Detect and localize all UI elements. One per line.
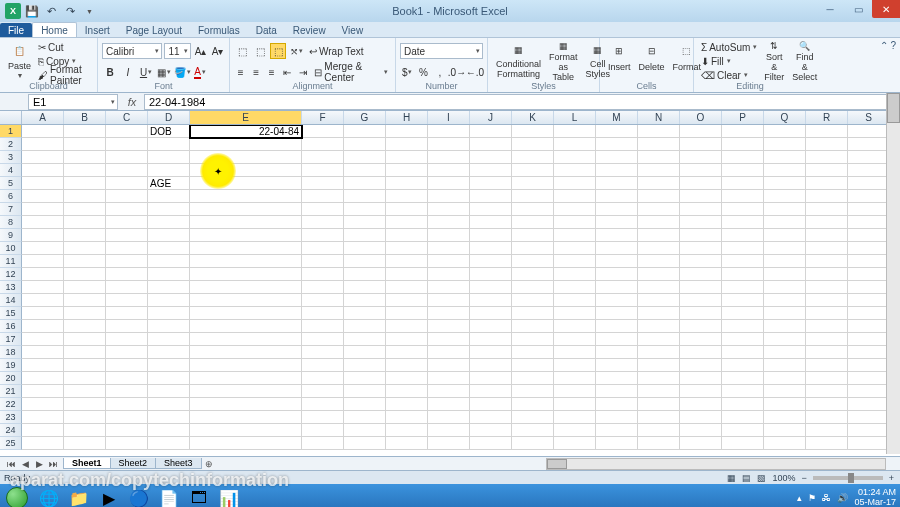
- cell-K12[interactable]: [512, 268, 554, 281]
- cell-P19[interactable]: [722, 359, 764, 372]
- cell-A10[interactable]: [22, 242, 64, 255]
- cell-K13[interactable]: [512, 281, 554, 294]
- cell-G9[interactable]: [344, 229, 386, 242]
- cell-D7[interactable]: [148, 203, 190, 216]
- cell-Q22[interactable]: [764, 398, 806, 411]
- save-icon[interactable]: 💾: [23, 2, 41, 20]
- cell-S1[interactable]: [848, 125, 890, 138]
- cell-N16[interactable]: [638, 320, 680, 333]
- cell-C4[interactable]: [106, 164, 148, 177]
- cell-P17[interactable]: [722, 333, 764, 346]
- cell-K11[interactable]: [512, 255, 554, 268]
- cell-C11[interactable]: [106, 255, 148, 268]
- cell-F15[interactable]: [302, 307, 344, 320]
- cell-F23[interactable]: [302, 411, 344, 424]
- zoom-out-icon[interactable]: −: [801, 473, 806, 483]
- cell-L8[interactable]: [554, 216, 596, 229]
- scrollbar-thumb[interactable]: [547, 459, 567, 469]
- cell-L7[interactable]: [554, 203, 596, 216]
- cell-A22[interactable]: [22, 398, 64, 411]
- format-painter-button[interactable]: 🖌Format Painter: [35, 68, 93, 82]
- cell-I18[interactable]: [428, 346, 470, 359]
- help-icon[interactable]: ?: [890, 40, 896, 51]
- cell-S9[interactable]: [848, 229, 890, 242]
- cell-C23[interactable]: [106, 411, 148, 424]
- cell-B1[interactable]: [64, 125, 106, 138]
- cell-G24[interactable]: [344, 424, 386, 437]
- cell-A19[interactable]: [22, 359, 64, 372]
- cell-B12[interactable]: [64, 268, 106, 281]
- cell-N18[interactable]: [638, 346, 680, 359]
- cell-I6[interactable]: [428, 190, 470, 203]
- cell-P7[interactable]: [722, 203, 764, 216]
- cell-M24[interactable]: [596, 424, 638, 437]
- increase-decimal-icon[interactable]: .0→: [449, 64, 465, 80]
- cell-K24[interactable]: [512, 424, 554, 437]
- align-right-icon[interactable]: ≡: [265, 64, 278, 80]
- cell-S20[interactable]: [848, 372, 890, 385]
- col-header-I[interactable]: I: [428, 111, 470, 124]
- cell-K8[interactable]: [512, 216, 554, 229]
- cell-I3[interactable]: [428, 151, 470, 164]
- cell-H5[interactable]: [386, 177, 428, 190]
- cell-N2[interactable]: [638, 138, 680, 151]
- row-header-11[interactable]: 11: [0, 255, 22, 268]
- row-header-25[interactable]: 25: [0, 437, 22, 450]
- cell-M3[interactable]: [596, 151, 638, 164]
- cell-R20[interactable]: [806, 372, 848, 385]
- cell-M15[interactable]: [596, 307, 638, 320]
- cell-G25[interactable]: [344, 437, 386, 450]
- cell-Q23[interactable]: [764, 411, 806, 424]
- cell-K6[interactable]: [512, 190, 554, 203]
- cell-B4[interactable]: [64, 164, 106, 177]
- cell-G7[interactable]: [344, 203, 386, 216]
- task-media-icon[interactable]: ▶: [95, 486, 123, 507]
- cell-Q20[interactable]: [764, 372, 806, 385]
- cell-L18[interactable]: [554, 346, 596, 359]
- cell-I21[interactable]: [428, 385, 470, 398]
- cell-E22[interactable]: [190, 398, 302, 411]
- insert-cells-button[interactable]: ⊞Insert: [604, 40, 635, 82]
- cell-N3[interactable]: [638, 151, 680, 164]
- cell-G12[interactable]: [344, 268, 386, 281]
- task-ie-icon[interactable]: 🌐: [35, 486, 63, 507]
- cell-O6[interactable]: [680, 190, 722, 203]
- cell-Q9[interactable]: [764, 229, 806, 242]
- cell-M7[interactable]: [596, 203, 638, 216]
- format-as-table-button[interactable]: ▦Format as Table: [545, 40, 582, 82]
- cell-I11[interactable]: [428, 255, 470, 268]
- row-header-18[interactable]: 18: [0, 346, 22, 359]
- cell-O3[interactable]: [680, 151, 722, 164]
- row-header-9[interactable]: 9: [0, 229, 22, 242]
- row-header-14[interactable]: 14: [0, 294, 22, 307]
- cell-S22[interactable]: [848, 398, 890, 411]
- cell-R4[interactable]: [806, 164, 848, 177]
- cell-C14[interactable]: [106, 294, 148, 307]
- zoom-level[interactable]: 100%: [772, 473, 795, 483]
- cell-O7[interactable]: [680, 203, 722, 216]
- zoom-slider[interactable]: [813, 476, 883, 480]
- cell-D21[interactable]: [148, 385, 190, 398]
- percent-icon[interactable]: %: [416, 64, 430, 80]
- cell-M11[interactable]: [596, 255, 638, 268]
- decrease-indent-icon[interactable]: ⇤: [280, 64, 293, 80]
- cell-A4[interactable]: [22, 164, 64, 177]
- cell-J17[interactable]: [470, 333, 512, 346]
- cell-O10[interactable]: [680, 242, 722, 255]
- cell-L1[interactable]: [554, 125, 596, 138]
- sheet-tab-2[interactable]: Sheet2: [110, 458, 157, 469]
- cell-P15[interactable]: [722, 307, 764, 320]
- cell-F13[interactable]: [302, 281, 344, 294]
- col-header-M[interactable]: M: [596, 111, 638, 124]
- cell-J7[interactable]: [470, 203, 512, 216]
- cell-N22[interactable]: [638, 398, 680, 411]
- cell-C25[interactable]: [106, 437, 148, 450]
- cell-O11[interactable]: [680, 255, 722, 268]
- cell-S24[interactable]: [848, 424, 890, 437]
- cell-J18[interactable]: [470, 346, 512, 359]
- cell-Q24[interactable]: [764, 424, 806, 437]
- delete-cells-button[interactable]: ⊟Delete: [635, 40, 669, 82]
- cell-E19[interactable]: [190, 359, 302, 372]
- cell-L6[interactable]: [554, 190, 596, 203]
- cell-G23[interactable]: [344, 411, 386, 424]
